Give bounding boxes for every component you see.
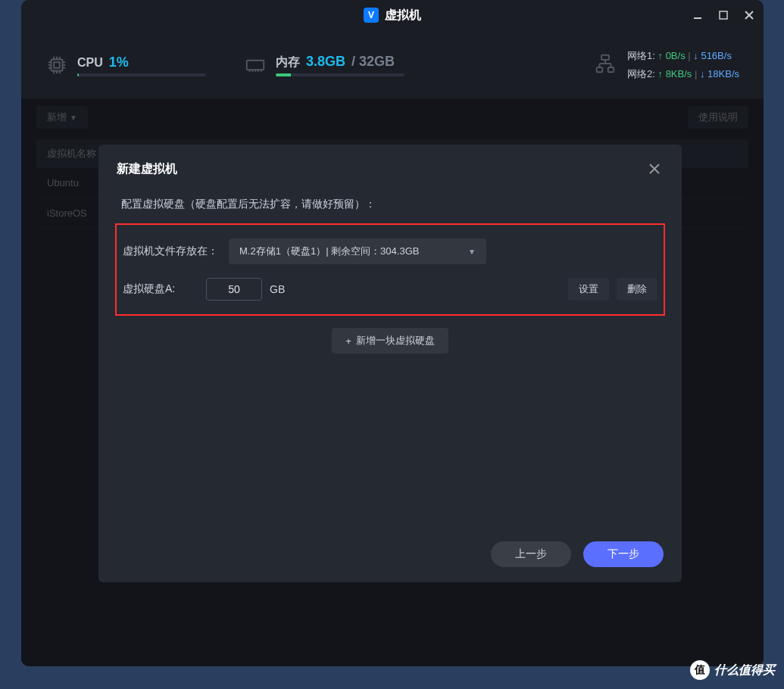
cpu-icon [45, 54, 68, 76]
disk-settings-button[interactable]: 设置 [568, 278, 609, 301]
dialog-title: 新建虚拟机 [117, 161, 177, 177]
app-icon: V [364, 8, 379, 23]
minimize-button[interactable] [691, 8, 704, 22]
disk-a-row: 虚拟硬盘A: GB 设置 删除 [123, 278, 657, 301]
dialog-close-button[interactable] [645, 160, 664, 178]
cpu-bar [77, 73, 206, 76]
stats-row: CPU 1% 内存 3.8GB / 32GB 网络1: [21, 30, 764, 91]
network1-line: 网络1: ↑ 0B/s | ↓ 516B/s [627, 49, 739, 63]
memory-bar [276, 73, 404, 76]
app-title: 虚拟机 [385, 8, 421, 23]
memory-stat: 内存 3.8GB / 32GB [244, 54, 412, 76]
svg-rect-18 [247, 61, 264, 70]
dialog-description: 配置虚拟硬盘（硬盘配置后无法扩容，请做好预留）： [121, 198, 659, 211]
titlebar-center: V 虚拟机 [364, 8, 421, 23]
add-disk-row: + 新增一块虚拟硬盘 [121, 328, 659, 354]
dialog-footer: 上一步 下一步 [117, 528, 664, 567]
disk-a-label: 虚拟硬盘A: [123, 282, 198, 296]
svg-rect-5 [54, 62, 60, 68]
network2-line: 网络2: ↑ 8KB/s | ↓ 18KB/s [627, 67, 739, 81]
add-disk-button[interactable]: + 新增一块虚拟硬盘 [332, 328, 448, 354]
cpu-label: CPU [77, 56, 103, 70]
svg-rect-24 [601, 55, 609, 60]
prev-step-button[interactable]: 上一步 [491, 541, 571, 567]
plus-icon: + [345, 335, 351, 347]
disk-unit: GB [270, 283, 285, 295]
window-controls [691, 0, 756, 30]
cpu-stat: CPU 1% [45, 54, 214, 76]
storage-select-value: M.2存储1（硬盘1）| 剩余空间：304.3GB [239, 245, 419, 258]
watermark-icon: 值 [690, 660, 710, 680]
network-stat: 网络1: ↑ 0B/s | ↓ 516B/s 网络2: ↑ 8KB/s | ↓ … [594, 49, 739, 81]
network-icon [594, 52, 617, 75]
dialog-header: 新建虚拟机 [117, 160, 664, 178]
disk-a-size-input[interactable] [206, 278, 262, 301]
storage-row: 虚拟机文件存放在： M.2存储1（硬盘1）| 剩余空间：304.3GB ▼ [123, 238, 657, 264]
memory-used: 3.8GB [306, 54, 345, 70]
memory-label: 内存 [276, 55, 300, 70]
svg-rect-25 [597, 67, 603, 72]
dropdown-triangle-icon: ▼ [468, 248, 476, 256]
disk-delete-button[interactable]: 删除 [617, 278, 657, 301]
maximize-button[interactable] [717, 8, 730, 22]
ram-icon [244, 54, 267, 76]
svg-rect-26 [608, 67, 614, 72]
watermark: 值 什么值得买 [690, 660, 775, 680]
cpu-value: 1% [109, 55, 129, 70]
storage-select[interactable]: M.2存储1（硬盘1）| 剩余空间：304.3GB ▼ [229, 238, 486, 264]
svg-rect-1 [720, 11, 727, 19]
storage-label: 虚拟机文件存放在： [123, 245, 221, 258]
titlebar: V 虚拟机 [21, 0, 764, 30]
highlight-box: 虚拟机文件存放在： M.2存储1（硬盘1）| 剩余空间：304.3GB ▼ 虚拟… [115, 223, 665, 316]
memory-total: 32GB [359, 54, 395, 69]
create-vm-dialog: 新建虚拟机 配置虚拟硬盘（硬盘配置后无法扩容，请做好预留）： 虚拟机文件存放在：… [98, 145, 682, 582]
svg-rect-4 [52, 60, 63, 71]
next-step-button[interactable]: 下一步 [583, 541, 664, 567]
close-button[interactable] [742, 8, 756, 22]
dialog-body: 配置虚拟硬盘（硬盘配置后无法扩容，请做好预留）： 虚拟机文件存放在： M.2存储… [117, 193, 664, 528]
watermark-text: 什么值得买 [714, 662, 775, 678]
